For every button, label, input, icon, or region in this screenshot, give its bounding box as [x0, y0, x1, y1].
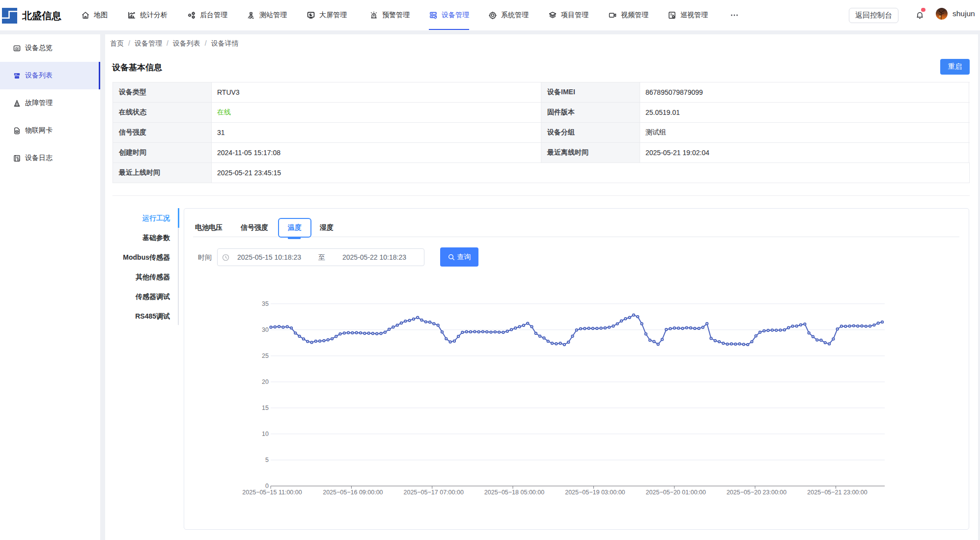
svg-text:2025−05−19 03:00:00: 2025−05−19 03:00:00: [565, 489, 625, 496]
svg-text:30: 30: [262, 326, 269, 333]
svg-text:35: 35: [262, 300, 269, 307]
svg-text:2025−05−18 05:00:00: 2025−05−18 05:00:00: [484, 489, 544, 496]
svg-text:5: 5: [265, 457, 269, 463]
svg-text:2025−05−21 23:00:00: 2025−05−21 23:00:00: [807, 489, 867, 496]
svg-text:2025−05−20 23:00:00: 2025−05−20 23:00:00: [727, 489, 786, 496]
svg-text:10: 10: [262, 431, 269, 437]
svg-text:2025−05−16 09:00:00: 2025−05−16 09:00:00: [323, 489, 383, 496]
svg-text:2025−05−20 01:00:00: 2025−05−20 01:00:00: [646, 489, 706, 496]
svg-text:2025−05−15 11:00:00: 2025−05−15 11:00:00: [242, 489, 302, 496]
svg-text:20: 20: [262, 378, 269, 385]
svg-text:25: 25: [262, 352, 269, 359]
svg-text:2025−05−17 07:00:00: 2025−05−17 07:00:00: [404, 489, 464, 496]
svg-text:15: 15: [262, 405, 269, 411]
